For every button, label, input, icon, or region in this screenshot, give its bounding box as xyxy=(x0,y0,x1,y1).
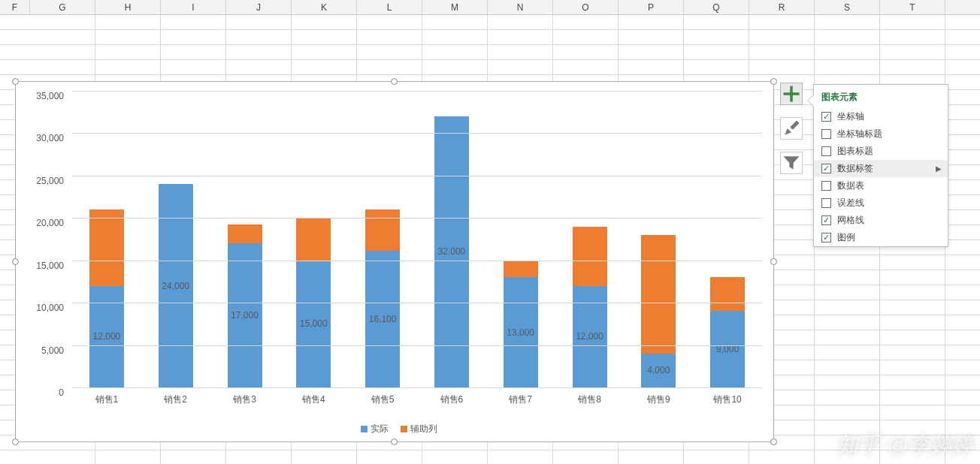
column-header[interactable]: S xyxy=(815,0,880,14)
y-tick-label: 30,000 xyxy=(36,133,64,143)
y-tick-label: 15,000 xyxy=(36,261,64,271)
embedded-chart[interactable]: 05,00010,00015,00020,00025,00030,00035,0… xyxy=(15,81,774,442)
panel-item[interactable]: 网格线 xyxy=(814,212,948,229)
panel-item-label: 网格线 xyxy=(837,214,864,227)
resize-handle[interactable] xyxy=(770,438,777,445)
checkbox[interactable] xyxy=(821,215,831,225)
bar-series-2[interactable] xyxy=(504,261,538,278)
x-tick-label: 销售1 xyxy=(77,393,137,406)
bar-series-2[interactable] xyxy=(228,224,262,243)
legend[interactable]: 实际 辅助列 xyxy=(16,423,773,435)
panel-item[interactable]: 数据标签▶ xyxy=(814,160,948,177)
resize-handle[interactable] xyxy=(12,438,19,445)
panel-item[interactable]: 数据表 xyxy=(814,177,948,194)
resize-handle[interactable] xyxy=(12,78,19,85)
x-tick-label: 销售8 xyxy=(560,393,620,406)
data-label: 4,000 xyxy=(641,365,676,375)
column-header[interactable]: G xyxy=(30,0,95,14)
data-label: 12,000 xyxy=(89,331,124,342)
data-label: 13,000 xyxy=(504,327,538,338)
column-header[interactable]: R xyxy=(749,0,815,14)
column-header[interactable]: N xyxy=(488,0,553,14)
y-tick-label: 0 xyxy=(59,387,64,398)
legend-swatch xyxy=(401,426,407,432)
panel-item-label: 坐标轴标题 xyxy=(837,128,882,140)
bar-series-2[interactable] xyxy=(641,235,676,354)
checkbox[interactable] xyxy=(821,198,831,208)
resize-handle[interactable] xyxy=(12,258,19,265)
plot: 12,00024,00017,00015,00016,10032,00013,0… xyxy=(72,91,762,387)
checkbox[interactable] xyxy=(821,233,831,243)
resize-handle[interactable] xyxy=(391,78,398,85)
bar-series-2[interactable] xyxy=(89,209,124,286)
column-header[interactable]: J xyxy=(226,0,292,14)
y-tick-label: 10,000 xyxy=(36,303,64,313)
resize-handle[interactable] xyxy=(391,438,398,445)
panel-item[interactable]: 误差线 xyxy=(814,194,948,212)
x-tick-label: 销售5 xyxy=(352,393,413,406)
bar-series-2[interactable] xyxy=(296,218,331,260)
checkbox[interactable] xyxy=(821,164,831,173)
resize-handle[interactable] xyxy=(770,258,777,265)
column-header[interactable]: Q xyxy=(684,0,749,14)
column-header[interactable]: T xyxy=(880,0,945,14)
panel-item[interactable]: 图例 xyxy=(814,229,948,246)
panel-item-label: 图例 xyxy=(837,231,855,244)
gridline xyxy=(72,345,762,346)
column-header[interactable]: F xyxy=(0,0,30,14)
checkbox[interactable] xyxy=(821,181,831,191)
y-tick-label: 5,000 xyxy=(41,345,64,356)
funnel-icon xyxy=(781,152,802,173)
y-tick-label: 35,000 xyxy=(36,91,64,101)
data-label: 12,000 xyxy=(573,331,607,342)
column-header[interactable]: O xyxy=(553,0,619,14)
plot-area[interactable]: 05,00010,00015,00020,00025,00030,00035,0… xyxy=(23,91,766,408)
plus-icon xyxy=(781,83,802,104)
chart-elements-button[interactable] xyxy=(780,83,803,105)
chart-filter-button[interactable] xyxy=(780,152,803,174)
column-header[interactable]: H xyxy=(95,0,161,14)
data-label: 24,000 xyxy=(159,281,193,291)
checkbox[interactable] xyxy=(821,146,831,156)
checkbox[interactable] xyxy=(821,112,831,122)
panel-item-label: 坐标轴 xyxy=(837,110,864,123)
checkbox[interactable] xyxy=(821,129,831,139)
column-header[interactable]: P xyxy=(619,0,684,14)
chart-styles-button[interactable] xyxy=(780,117,803,140)
column-header[interactable]: M xyxy=(422,0,488,14)
legend-swatch xyxy=(361,426,368,432)
column-header[interactable]: K xyxy=(292,0,357,14)
panel-item-label: 图表标题 xyxy=(837,145,873,158)
panel-item-label: 数据标签 xyxy=(837,162,873,175)
x-tick-label: 销售3 xyxy=(215,393,275,406)
x-tick-label: 销售7 xyxy=(491,393,551,406)
y-tick-label: 25,000 xyxy=(36,176,64,186)
gridline xyxy=(72,176,762,176)
bar-series-2[interactable] xyxy=(365,209,400,251)
column-headers: F G H I J K L M N O P Q R S T xyxy=(0,0,980,15)
bar-series-2[interactable] xyxy=(573,227,607,286)
data-label: 32,000 xyxy=(434,246,469,257)
panel-item[interactable]: 坐标轴标题 xyxy=(814,125,948,143)
watermark: 知乎 @李婷婷 xyxy=(837,431,974,459)
gridline xyxy=(72,91,762,92)
paintbrush-icon xyxy=(781,118,802,139)
bar-series-2[interactable] xyxy=(710,277,745,311)
chevron-right-icon: ▶ xyxy=(936,164,942,173)
panel-item[interactable]: 坐标轴 xyxy=(814,108,948,125)
resize-handle[interactable] xyxy=(770,78,777,85)
data-label: 15,000 xyxy=(296,318,331,329)
panel-item-label: 数据表 xyxy=(837,179,864,192)
column-header[interactable]: I xyxy=(161,0,226,14)
legend-label: 辅助列 xyxy=(410,423,437,434)
legend-label: 实际 xyxy=(371,423,389,434)
panel-item[interactable]: 图表标题 xyxy=(814,143,948,160)
x-tick-label: 销售2 xyxy=(146,393,206,406)
data-label: 17,000 xyxy=(228,310,262,321)
gridline xyxy=(72,303,762,303)
x-tick-label: 销售9 xyxy=(628,393,688,406)
column-header[interactable]: L xyxy=(357,0,422,14)
chart-elements-panel: 图表元素 坐标轴坐标轴标题图表标题数据标签▶数据表误差线网格线图例 xyxy=(813,84,948,247)
gridline xyxy=(72,218,762,218)
gridline xyxy=(72,261,762,261)
